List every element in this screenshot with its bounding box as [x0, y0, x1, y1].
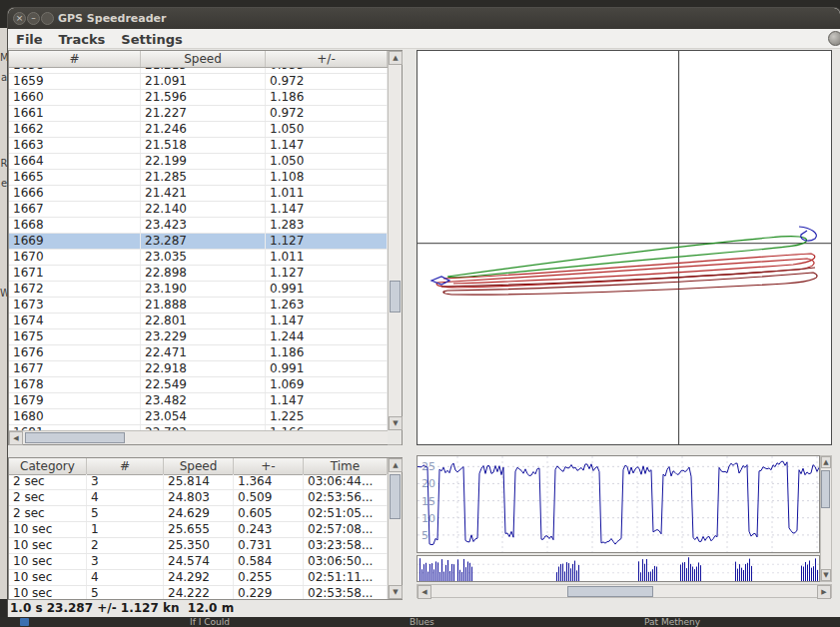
column-header[interactable]: Category	[9, 458, 87, 474]
track-plot-canvas[interactable]	[418, 51, 831, 444]
table-cell: 1.147	[266, 314, 388, 328]
scroll-right-button[interactable]: ▶	[817, 585, 831, 599]
speed-chart-canvas[interactable]: 252015105	[418, 456, 819, 552]
table-cell: 1.147	[266, 138, 388, 153]
table-row[interactable]: 10 sec524.2220.22902:53:58...	[9, 586, 388, 599]
menu-item-file[interactable]: File	[8, 30, 51, 49]
scrollbar-thumb[interactable]	[390, 474, 401, 519]
scroll-left-button[interactable]: ◀	[9, 431, 23, 445]
table-row[interactable]: 166823.4231.283	[9, 218, 388, 234]
titlebar[interactable]: × – GPS Speedreader	[8, 8, 840, 29]
table-row[interactable]: 166621.4211.011	[9, 186, 388, 202]
table-row[interactable]: 167523.2291.244	[9, 329, 388, 345]
table-row[interactable]: 168023.0541.225	[9, 409, 388, 425]
background-music-window[interactable]: If I Could Blues Pat Metheny	[0, 617, 840, 627]
table-row[interactable]: 166021.5961.186	[9, 90, 388, 106]
scroll-up-button[interactable]: ▲	[389, 458, 403, 472]
table-cell: 1662	[9, 122, 141, 137]
speed-chart[interactable]: 252015105	[417, 455, 820, 553]
table-row[interactable]: 10 sec225.3500.73103:23:58...	[9, 538, 388, 554]
column-header[interactable]: +-	[234, 458, 304, 474]
column-header[interactable]: Speed	[164, 458, 234, 474]
track-plot[interactable]	[417, 50, 832, 445]
table-row[interactable]: 10 sec125.6550.24302:57:08...	[9, 522, 388, 538]
table-row[interactable]: 166321.5181.147	[9, 138, 388, 154]
chart-horizontal-scrollbar[interactable]: ◀ ▶	[417, 584, 832, 598]
results-table[interactable]: 2 sec325.8141.36403:06:44...2 sec424.803…	[9, 474, 388, 599]
table-cell: 24.629	[164, 506, 234, 521]
speed-table-vertical-scrollbar[interactable]: ▲ ▼	[388, 51, 402, 430]
table-row[interactable]: 167722.9180.991	[9, 361, 388, 377]
table-cell: 1680	[9, 409, 141, 424]
scrollbar-thumb[interactable]	[25, 432, 125, 443]
table-row[interactable]: 166221.2461.050	[9, 122, 388, 138]
table-row[interactable]: 167321.8881.263	[9, 298, 388, 314]
table-cell: 5	[87, 586, 164, 599]
song-title: If I Could	[190, 617, 230, 627]
scrollbar-thumb[interactable]	[821, 470, 830, 508]
menu-item-settings[interactable]: Settings	[113, 30, 190, 49]
table-row[interactable]: 167122.8981.127	[9, 266, 388, 282]
table-row[interactable]: 165921.0910.972	[9, 74, 388, 90]
table-cell: 1670	[9, 250, 141, 265]
table-row[interactable]: 167923.4821.147	[9, 393, 388, 409]
speed-table[interactable]: 165821.2130.953165921.0910.972166021.596…	[9, 68, 388, 430]
table-row[interactable]: 2 sec524.6290.60502:51:05...	[9, 506, 388, 522]
minimize-button[interactable]: –	[27, 12, 40, 25]
column-header[interactable]: +/-	[266, 51, 388, 67]
table-cell: 22.918	[141, 361, 266, 376]
table-row[interactable]: 166722.1401.147	[9, 202, 388, 218]
column-header[interactable]: #	[9, 51, 141, 67]
table-cell: 0.243	[234, 522, 304, 537]
table-cell: 1.263	[266, 298, 388, 313]
album-title: Blues	[410, 617, 434, 627]
overview-chart[interactable]	[417, 555, 820, 582]
table-row[interactable]: 167223.1900.991	[9, 282, 388, 298]
table-row[interactable]: 167422.8011.147	[9, 314, 388, 329]
table-cell: 0.991	[266, 282, 388, 297]
column-header[interactable]: #	[87, 458, 164, 474]
table-cell: 25.655	[164, 522, 234, 537]
table-cell: 23.190	[141, 282, 266, 297]
table-row[interactable]: 167622.4711.186	[9, 345, 388, 361]
scroll-up-button[interactable]: ▲	[821, 456, 831, 468]
results-table-vertical-scrollbar[interactable]: ▲ ▼	[388, 458, 402, 599]
speed-table-horizontal-scrollbar[interactable]: ◀ ▶	[9, 430, 402, 444]
table-row[interactable]: 166422.1991.050	[9, 154, 388, 170]
table-row[interactable]: 166121.2270.972	[9, 106, 388, 122]
table-cell: 1678	[9, 377, 141, 392]
scroll-up-button[interactable]: ▲	[389, 51, 403, 65]
column-header[interactable]: Speed	[141, 51, 266, 67]
maximize-button[interactable]	[41, 12, 54, 25]
scrollbar-thumb[interactable]	[390, 281, 401, 313]
table-cell: 2 sec	[9, 474, 87, 489]
table-cell: 21.091	[141, 74, 266, 89]
table-cell: 2	[87, 538, 164, 553]
table-row[interactable]: 10 sec424.2920.25502:51:11...	[9, 570, 388, 586]
table-row[interactable]: 2 sec325.8141.36403:06:44...	[9, 474, 388, 490]
scroll-down-button[interactable]: ▼	[389, 416, 403, 430]
column-header[interactable]: Time	[304, 458, 388, 474]
table-row[interactable]: 2 sec424.8030.50902:53:56...	[9, 490, 388, 506]
scroll-down-button[interactable]: ▼	[389, 585, 403, 599]
table-cell: 1.011	[266, 186, 388, 201]
table-row[interactable]: 10 sec324.5740.58403:06:50...	[9, 554, 388, 570]
table-cell: 1663	[9, 138, 141, 153]
table-cell: 3	[87, 474, 164, 489]
table-cell: 1665	[9, 170, 141, 185]
table-row[interactable]: 167023.0351.011	[9, 250, 388, 266]
table-row[interactable]: 166521.2851.108	[9, 170, 388, 186]
scroll-left-button[interactable]: ◀	[418, 585, 431, 599]
close-button[interactable]: ×	[13, 12, 26, 25]
scroll-down-button[interactable]: ▼	[821, 569, 831, 581]
overview-chart-canvas[interactable]	[418, 556, 819, 581]
table-cell: 24.574	[164, 554, 234, 569]
menu-item-tracks[interactable]: Tracks	[51, 30, 114, 49]
table-row[interactable]: 167822.5491.069	[9, 377, 388, 393]
menu-bar-icon[interactable]	[828, 31, 840, 46]
table-row[interactable]: 166923.2871.127	[9, 234, 388, 250]
table-cell: 1.127	[266, 234, 388, 249]
chart-vertical-scrollbar[interactable]: ▲ ▼	[820, 455, 832, 582]
background-window-strip: MaReW	[0, 28, 8, 599]
scrollbar-thumb[interactable]	[567, 586, 653, 597]
